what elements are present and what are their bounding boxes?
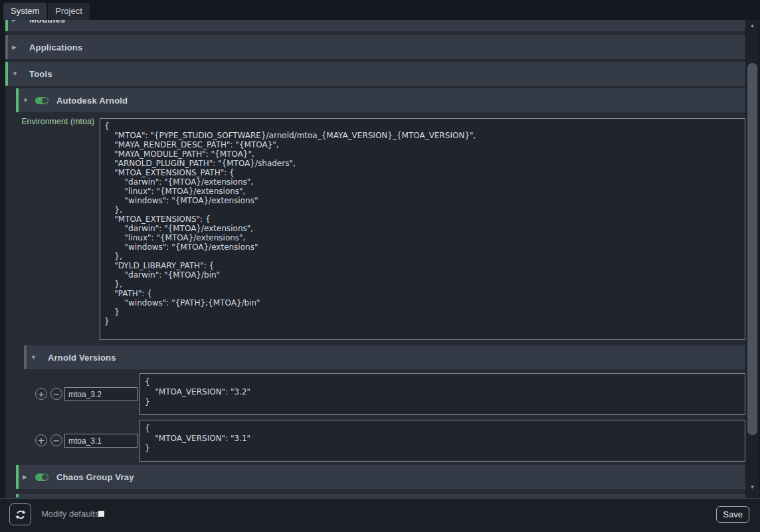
refresh-button[interactable] bbox=[9, 503, 31, 525]
section-header-applications[interactable]: Applications bbox=[5, 35, 745, 59]
remove-version-button[interactable] bbox=[50, 434, 62, 446]
settings-window: System Project Modules Applications Tool… bbox=[0, 0, 760, 532]
version-name-input[interactable] bbox=[64, 387, 138, 401]
tab-project[interactable]: Project bbox=[48, 3, 89, 20]
add-version-button[interactable] bbox=[35, 388, 47, 400]
environment-mtoa-json-editor[interactable]: { "MTOA": "{PYPE_STUDIO_SOFTWARE}/arnold… bbox=[100, 118, 745, 340]
section-state-bar bbox=[16, 88, 19, 112]
section-state-bar bbox=[5, 62, 8, 86]
expand-arrow-icon bbox=[23, 98, 31, 104]
scrollbar-thumb[interactable] bbox=[747, 63, 757, 435]
vertical-scrollbar[interactable] bbox=[746, 20, 759, 498]
modify-defaults-label: Modify defaults bbox=[41, 509, 99, 519]
section-header-tools[interactable]: Tools bbox=[5, 62, 745, 86]
section-header-arnold-versions[interactable]: Arnold Versions bbox=[24, 345, 745, 369]
section-header-clipped[interactable] bbox=[16, 494, 745, 497]
scroll-down-arrow-icon[interactable] bbox=[746, 485, 759, 490]
expand-arrow-icon bbox=[12, 20, 20, 23]
environment-mtoa-label: Environment (mtoa) bbox=[5, 117, 94, 126]
footer-bar: Modify defaults Save bbox=[0, 498, 760, 532]
tab-bar: System Project bbox=[0, 0, 760, 20]
section-header-modules[interactable]: Modules bbox=[5, 20, 745, 31]
section-state-bar bbox=[16, 465, 19, 489]
version-json-editor[interactable]: { "MTOA_VERSION": "3.1" } bbox=[140, 420, 745, 462]
section-header-autodesk-arnold[interactable]: Autodesk Arnold bbox=[16, 88, 745, 112]
section-label: Arnold Versions bbox=[48, 353, 116, 363]
modify-defaults-checkbox[interactable] bbox=[98, 511, 104, 517]
environment-mtoa-field-wrap: { "MTOA": "{PYPE_STUDIO_SOFTWARE}/arnold… bbox=[100, 118, 745, 340]
save-button[interactable]: Save bbox=[716, 506, 749, 523]
section-label: Tools bbox=[29, 69, 52, 79]
section-label: Applications bbox=[29, 43, 82, 52]
tab-system[interactable]: System bbox=[3, 3, 47, 20]
remove-version-button[interactable] bbox=[50, 388, 62, 400]
section-label: Autodesk Arnold bbox=[56, 96, 128, 106]
version-name-input[interactable] bbox=[64, 434, 138, 448]
settings-scroll-area: Modules Applications Tools Autodesk Arno… bbox=[0, 20, 745, 498]
section-label: Chaos Group Vray bbox=[56, 472, 134, 482]
version-json-editor[interactable]: { "MTOA_VERSION": "3.2" } bbox=[140, 373, 745, 415]
add-version-button[interactable] bbox=[35, 434, 47, 446]
section-state-bar bbox=[5, 35, 8, 59]
section-state-bar bbox=[16, 494, 19, 497]
expand-arrow-icon bbox=[23, 474, 31, 480]
section-state-bar bbox=[5, 20, 8, 31]
scroll-up-arrow-icon[interactable] bbox=[746, 23, 759, 29]
section-state-bar bbox=[24, 345, 27, 369]
expand-arrow-icon bbox=[12, 71, 20, 77]
vray-enabled-toggle[interactable] bbox=[35, 474, 48, 481]
section-label: Modules bbox=[29, 20, 65, 25]
arnold-enabled-toggle[interactable] bbox=[35, 97, 48, 104]
expand-arrow-icon bbox=[31, 355, 39, 361]
section-header-chaos-group-vray[interactable]: Chaos Group Vray bbox=[16, 465, 745, 489]
expand-arrow-icon bbox=[12, 44, 20, 50]
refresh-icon bbox=[15, 509, 27, 521]
